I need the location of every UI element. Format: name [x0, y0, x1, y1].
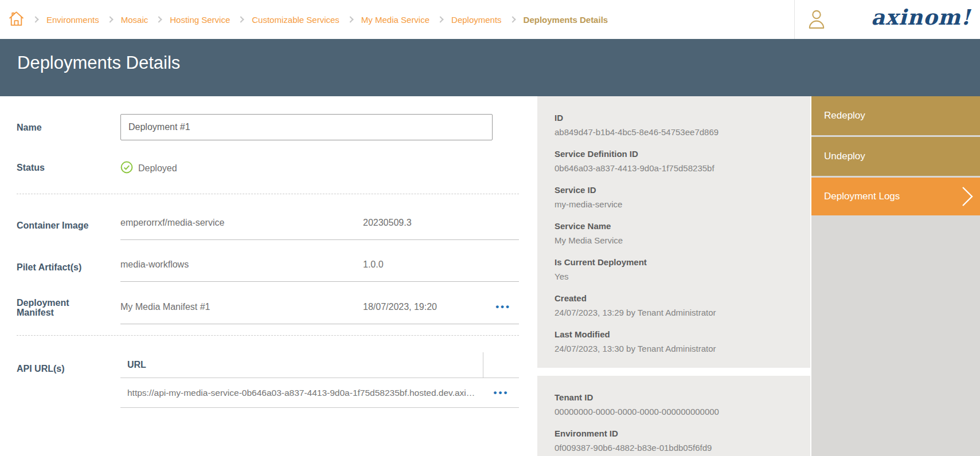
field-label: Service Name	[555, 222, 793, 231]
api-url-value: https://api-my-media-service-0b646a03-a8…	[120, 388, 483, 398]
field-label: Service Definition ID	[555, 150, 793, 159]
chevron-right-icon	[509, 16, 516, 22]
chevron-right-icon	[437, 16, 443, 22]
deployment-form: Name Status Deployed Container Image emp…	[0, 96, 537, 456]
divider-dashed	[17, 335, 519, 336]
field-label: Tenant ID	[555, 393, 793, 402]
api-url-table: URL https://api-my-media-service-0b646a0…	[120, 352, 519, 408]
container-image-label: Container Image	[17, 221, 88, 230]
details-section-deployment: ID ab849d47-b1b4-4bc5-8e46-54753ee7d869 …	[537, 96, 810, 368]
title-bar: Deployments Details	[0, 39, 980, 96]
field-value: 0b646a03-a837-4413-9d0a-1f75d58235bf	[555, 164, 793, 173]
user-icon	[807, 22, 826, 32]
api-url-menu-button[interactable]: •••	[494, 390, 509, 396]
chevron-right-icon	[32, 16, 38, 22]
container-image-value: emperorrxf/media-service	[120, 218, 224, 228]
user-menu-button[interactable]	[807, 9, 827, 31]
field-value: 24/07/2023, 13:30 by Tenant Administrato…	[555, 344, 793, 353]
field-label: Created	[555, 294, 793, 303]
axinom-logo: axinom!	[871, 5, 971, 30]
field-value: ab849d47-b1b4-4bc5-8e46-54753ee7d869	[555, 128, 793, 137]
undeploy-button[interactable]: Undeploy	[811, 137, 980, 176]
field-value: My Media Service	[555, 236, 793, 245]
pilet-artifacts-label: Pilet Artifact(s)	[17, 262, 81, 272]
container-image-version: 20230509.3	[363, 218, 412, 228]
home-icon	[8, 10, 25, 29]
name-label: Name	[17, 123, 42, 132]
chevron-right-icon	[347, 16, 353, 22]
home-button[interactable]	[8, 10, 25, 29]
deployment-logs-button[interactable]: Deployment Logs	[811, 178, 980, 215]
details-section-tenant: Tenant ID 00000000-0000-0000-0000-000000…	[537, 376, 810, 456]
manifest-menu-button[interactable]: •••	[495, 304, 511, 310]
breadcrumb-item-deployments[interactable]: Deployments	[451, 15, 502, 25]
field-label: Environment ID	[555, 429, 793, 438]
status-check-icon	[120, 161, 133, 176]
pilet-artifacts-version: 1.0.0	[363, 260, 384, 270]
field-label: Last Modified	[555, 330, 793, 339]
actions-sidebar: Redeploy Undeploy Deployment Logs	[811, 96, 980, 456]
chevron-right-icon	[107, 16, 113, 22]
section-gap	[537, 368, 810, 376]
deployment-manifest-date: 18/07/2023, 19:20	[363, 302, 437, 312]
container-image-row: emperorrxf/media-service 20230509.3	[120, 206, 519, 240]
pilet-artifacts-row: media-workflows 1.0.0	[120, 248, 519, 282]
api-url-table-header: URL	[120, 352, 519, 378]
field-label: Service ID	[555, 186, 793, 195]
breadcrumb-item-mosaic[interactable]: Mosaic	[121, 15, 149, 25]
breadcrumb-item-hosting-service[interactable]: Hosting Service	[170, 15, 230, 25]
breadcrumb-current: Deployments Details	[524, 15, 608, 25]
breadcrumb: Environments Mosaic Hosting Service Cust…	[8, 0, 608, 39]
field-value: Yes	[555, 272, 793, 281]
status-value: Deployed	[120, 161, 177, 176]
top-nav: Environments Mosaic Hosting Service Cust…	[0, 0, 980, 39]
field-label: Is Current Deployment	[555, 258, 793, 267]
deployment-manifest-value: My Media Manifest #1	[120, 302, 210, 312]
deployment-manifest-label: Deployment Manifest	[17, 298, 69, 317]
redeploy-button[interactable]: Redeploy	[811, 96, 980, 135]
field-value: 00000000-0000-0000-0000-000000000000	[555, 407, 793, 416]
url-column-header: URL	[120, 352, 483, 378]
field-label: ID	[555, 113, 793, 123]
breadcrumb-item-environments[interactable]: Environments	[46, 15, 99, 25]
page-title: Deployments Details	[17, 53, 180, 73]
breadcrumb-item-customizable-services[interactable]: Customizable Services	[252, 15, 339, 25]
chevron-right-icon	[238, 16, 244, 22]
chevron-right-icon	[962, 186, 973, 210]
chevron-right-icon	[156, 16, 162, 22]
api-url-row: https://api-my-media-service-0b646a03-a8…	[120, 378, 519, 408]
api-urls-label: API URL(s)	[17, 364, 65, 374]
deployment-manifest-row: My Media Manifest #1 18/07/2023, 19:20 •…	[120, 290, 519, 324]
name-input[interactable]	[120, 114, 493, 140]
divider-dashed	[17, 194, 519, 194]
details-panel: ID ab849d47-b1b4-4bc5-8e46-54753ee7d869 …	[537, 96, 810, 456]
breadcrumb-item-my-media-service[interactable]: My Media Service	[361, 15, 430, 25]
status-label: Status	[17, 163, 45, 172]
field-value: 0f009387-90b6-4882-b83e-01bdb05f6fd9	[555, 443, 793, 453]
nav-divider	[794, 0, 795, 39]
status-text: Deployed	[138, 163, 177, 174]
field-value: 24/07/2023, 13:29 by Tenant Administrato…	[555, 308, 793, 317]
field-value: my-media-service	[555, 200, 793, 209]
pilet-artifacts-value: media-workflows	[120, 260, 189, 270]
